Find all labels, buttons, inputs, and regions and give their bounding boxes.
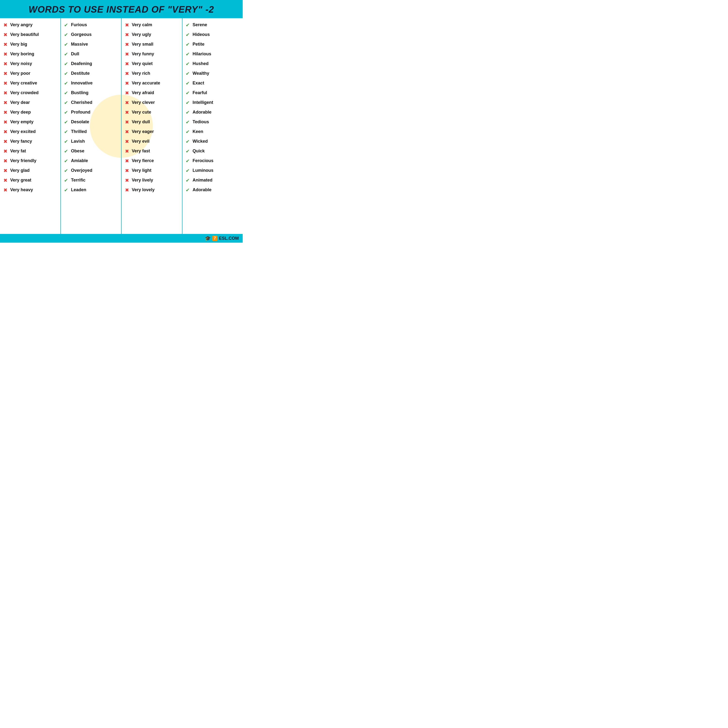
word-row: ✖Very eager bbox=[123, 127, 180, 137]
cross-icon: ✖ bbox=[124, 119, 130, 125]
word-label: Very lively bbox=[132, 177, 153, 183]
cross-icon: ✖ bbox=[124, 90, 130, 96]
word-label: Very poor bbox=[10, 71, 30, 76]
word-label: Very fierce bbox=[132, 158, 154, 164]
word-row: ✔Furious bbox=[63, 20, 120, 30]
cross-icon: ✖ bbox=[2, 100, 8, 106]
check-icon: ✔ bbox=[185, 41, 191, 47]
check-icon: ✔ bbox=[185, 187, 191, 193]
column-2: ✔Furious✔Gorgeous✔Massive✔Dull✔Deafening… bbox=[61, 18, 122, 234]
word-row: ✔Adorable bbox=[184, 185, 242, 195]
check-icon: ✔ bbox=[185, 70, 191, 76]
word-row: ✖Very clever bbox=[123, 98, 180, 107]
check-icon: ✔ bbox=[63, 168, 69, 173]
word-label: Quick bbox=[193, 148, 205, 154]
word-row: ✖Very rich bbox=[123, 69, 180, 78]
word-label: Very fat bbox=[10, 148, 26, 154]
word-row: ✔Ferocious bbox=[184, 156, 242, 166]
word-label: Very creative bbox=[10, 81, 37, 86]
cross-icon: ✖ bbox=[124, 51, 130, 57]
word-label: Very accurate bbox=[132, 81, 160, 86]
word-label: Very fast bbox=[132, 148, 150, 154]
check-icon: ✔ bbox=[63, 109, 69, 115]
word-row: ✔Animated bbox=[184, 176, 242, 185]
check-icon: ✔ bbox=[185, 109, 191, 115]
check-icon: ✔ bbox=[63, 70, 69, 76]
cross-icon: ✖ bbox=[124, 177, 130, 183]
word-label: Wealthy bbox=[193, 71, 210, 76]
cross-icon: ✖ bbox=[2, 139, 8, 144]
check-icon: ✔ bbox=[185, 90, 191, 96]
word-label: Very lovely bbox=[132, 187, 154, 193]
word-row: ✔Luminous bbox=[184, 166, 242, 176]
word-label: Hilarious bbox=[193, 52, 211, 57]
word-row: ✖Very creative bbox=[2, 78, 59, 88]
word-label: Very boring bbox=[10, 52, 34, 57]
word-label: Serene bbox=[193, 22, 207, 28]
word-row: ✔Serene bbox=[184, 20, 242, 30]
check-icon: ✔ bbox=[63, 129, 69, 135]
word-row: ✖Very poor bbox=[2, 69, 59, 78]
word-row: ✔Profound bbox=[63, 107, 120, 117]
word-row: ✖Very noisy bbox=[2, 59, 59, 69]
word-label: Very funny bbox=[132, 52, 154, 57]
logo: 🎓 7 ESL.COM bbox=[205, 236, 239, 241]
word-label: Thrilled bbox=[71, 129, 87, 135]
word-label: Overjoyed bbox=[71, 168, 92, 173]
check-icon: ✔ bbox=[185, 177, 191, 183]
word-row: ✔Terrific bbox=[63, 176, 120, 185]
word-row: ✖Very friendly bbox=[2, 156, 59, 166]
word-label: Very friendly bbox=[10, 158, 37, 164]
word-label: Hideous bbox=[193, 32, 210, 37]
word-label: Animated bbox=[193, 177, 213, 183]
cross-icon: ✖ bbox=[124, 70, 130, 76]
cross-icon: ✖ bbox=[124, 148, 130, 154]
word-row: ✔Amiable bbox=[63, 156, 120, 166]
check-icon: ✔ bbox=[185, 139, 191, 144]
word-row: ✖Very accurate bbox=[123, 78, 180, 88]
word-label: Cherished bbox=[71, 100, 92, 105]
word-row: ✖Very quiet bbox=[123, 59, 180, 69]
word-row: ✔Cherished bbox=[63, 98, 120, 107]
word-row: ✖Very big bbox=[2, 40, 59, 49]
cross-icon: ✖ bbox=[124, 139, 130, 144]
cross-icon: ✖ bbox=[124, 129, 130, 135]
word-label: Very dull bbox=[132, 119, 150, 125]
word-row: ✔Wealthy bbox=[184, 69, 242, 78]
cross-icon: ✖ bbox=[2, 32, 8, 38]
word-row: ✖Very cute bbox=[123, 107, 180, 117]
word-label: Very calm bbox=[132, 22, 152, 28]
word-row: ✔Wicked bbox=[184, 137, 242, 146]
check-icon: ✔ bbox=[185, 168, 191, 173]
word-row: ✖Very boring bbox=[2, 49, 59, 59]
word-label: Keen bbox=[193, 129, 203, 135]
word-label: Very evil bbox=[132, 139, 150, 144]
word-row: ✔Massive bbox=[63, 40, 120, 49]
word-row: ✖Very evil bbox=[123, 137, 180, 146]
word-label: Desolate bbox=[71, 119, 89, 125]
page-title: WORDS TO USE INSTEAD OF "VERY" -2 bbox=[5, 5, 238, 15]
cross-icon: ✖ bbox=[2, 109, 8, 115]
column-1: ✖Very angry✖Very beautiful✖Very big✖Very… bbox=[0, 18, 61, 234]
cross-icon: ✖ bbox=[2, 61, 8, 67]
word-row: ✔Lavish bbox=[63, 137, 120, 146]
logo-icon: 🎓 bbox=[205, 236, 211, 241]
check-icon: ✔ bbox=[63, 148, 69, 154]
cross-icon: ✖ bbox=[124, 168, 130, 173]
cross-icon: ✖ bbox=[124, 61, 130, 67]
word-label: Petite bbox=[193, 42, 205, 47]
word-row: ✖Very ugly bbox=[123, 30, 180, 40]
word-row: ✔Desolate bbox=[63, 117, 120, 127]
word-row: ✔Hushed bbox=[184, 59, 242, 69]
footer: 🎓 7 ESL.COM bbox=[0, 234, 243, 243]
cross-icon: ✖ bbox=[2, 70, 8, 76]
word-label: Terrific bbox=[71, 177, 86, 183]
word-row: ✔Fearful bbox=[184, 88, 242, 98]
check-icon: ✔ bbox=[63, 187, 69, 193]
word-row: ✔Adorable bbox=[184, 107, 242, 117]
check-icon: ✔ bbox=[63, 22, 69, 28]
word-row: ✔Dull bbox=[63, 49, 120, 59]
word-row: ✖Very lively bbox=[123, 176, 180, 185]
word-row: ✖Very great bbox=[2, 176, 59, 185]
cross-icon: ✖ bbox=[2, 168, 8, 173]
